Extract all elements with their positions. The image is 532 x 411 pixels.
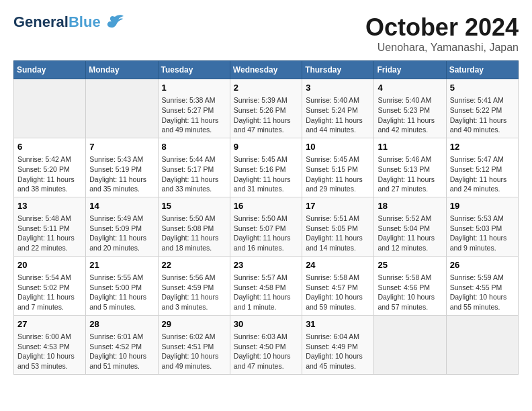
calendar-cell: 5Sunrise: 5:41 AM Sunset: 5:22 PM Daylig… (446, 79, 518, 138)
day-number: 23 (234, 259, 298, 271)
calendar-cell: 4Sunrise: 5:40 AM Sunset: 5:23 PM Daylig… (374, 79, 446, 138)
day-info: Sunrise: 5:40 AM Sunset: 5:24 PM Dayligh… (306, 95, 370, 135)
day-number: 10 (306, 141, 370, 153)
calendar-cell: 2Sunrise: 5:39 AM Sunset: 5:26 PM Daylig… (230, 79, 302, 138)
calendar-cell: 12Sunrise: 5:47 AM Sunset: 5:12 PM Dayli… (446, 138, 518, 197)
calendar-cell: 17Sunrise: 5:51 AM Sunset: 5:05 PM Dayli… (302, 197, 374, 256)
day-number: 28 (89, 318, 154, 330)
day-number: 11 (378, 141, 442, 153)
logo-text: GeneralBlue (13, 13, 101, 31)
logo-general: General (13, 13, 69, 30)
calendar-cell: 11Sunrise: 5:46 AM Sunset: 5:13 PM Dayli… (374, 138, 446, 197)
day-info: Sunrise: 5:58 AM Sunset: 4:57 PM Dayligh… (306, 273, 370, 312)
day-info: Sunrise: 5:41 AM Sunset: 5:22 PM Dayligh… (450, 95, 515, 135)
calendar-cell: 7Sunrise: 5:43 AM Sunset: 5:19 PM Daylig… (86, 138, 158, 197)
day-number: 14 (89, 200, 154, 212)
day-info: Sunrise: 6:00 AM Sunset: 4:53 PM Dayligh… (17, 332, 82, 371)
calendar-table: SundayMondayTuesdayWednesdayThursdayFrid… (13, 60, 519, 375)
calendar-cell: 28Sunrise: 6:01 AM Sunset: 4:52 PM Dayli… (86, 315, 158, 374)
calendar-cell: 22Sunrise: 5:56 AM Sunset: 4:59 PM Dayli… (158, 256, 230, 315)
day-info: Sunrise: 5:38 AM Sunset: 5:27 PM Dayligh… (162, 95, 226, 135)
calendar-week-2: 6Sunrise: 5:42 AM Sunset: 5:20 PM Daylig… (14, 138, 519, 197)
title-block: October 2024 Uenohara, Yamanashi, Japan (365, 13, 519, 54)
day-number: 29 (162, 318, 226, 330)
day-number: 21 (89, 259, 154, 271)
day-info: Sunrise: 5:53 AM Sunset: 5:03 PM Dayligh… (450, 214, 515, 253)
day-header-monday: Monday (86, 61, 158, 79)
day-number: 4 (378, 82, 442, 94)
day-info: Sunrise: 5:49 AM Sunset: 5:09 PM Dayligh… (89, 214, 154, 253)
day-header-friday: Friday (374, 61, 446, 79)
calendar-cell: 18Sunrise: 5:52 AM Sunset: 5:04 PM Dayli… (374, 197, 446, 256)
day-header-thursday: Thursday (302, 61, 374, 79)
day-header-saturday: Saturday (446, 61, 518, 79)
day-number: 20 (17, 259, 82, 271)
day-number: 2 (234, 82, 298, 94)
day-number: 22 (162, 259, 226, 271)
day-number: 7 (89, 141, 154, 153)
calendar-cell: 3Sunrise: 5:40 AM Sunset: 5:24 PM Daylig… (302, 79, 374, 138)
day-info: Sunrise: 5:58 AM Sunset: 4:56 PM Dayligh… (378, 273, 442, 312)
calendar-cell: 9Sunrise: 5:45 AM Sunset: 5:16 PM Daylig… (230, 138, 302, 197)
calendar-cell: 31Sunrise: 6:04 AM Sunset: 4:49 PM Dayli… (302, 315, 374, 374)
day-info: Sunrise: 6:04 AM Sunset: 4:49 PM Dayligh… (306, 332, 370, 371)
day-info: Sunrise: 5:55 AM Sunset: 5:00 PM Dayligh… (89, 273, 154, 312)
calendar-cell: 6Sunrise: 5:42 AM Sunset: 5:20 PM Daylig… (14, 138, 86, 197)
day-info: Sunrise: 6:02 AM Sunset: 4:51 PM Dayligh… (162, 332, 226, 371)
day-header-tuesday: Tuesday (158, 61, 230, 79)
calendar-cell: 8Sunrise: 5:44 AM Sunset: 5:17 PM Daylig… (158, 138, 230, 197)
day-info: Sunrise: 5:59 AM Sunset: 4:55 PM Dayligh… (450, 273, 515, 312)
day-number: 8 (162, 141, 226, 153)
day-number: 30 (234, 318, 298, 330)
day-number: 31 (306, 318, 370, 330)
day-info: Sunrise: 5:42 AM Sunset: 5:20 PM Dayligh… (17, 154, 82, 194)
calendar-week-3: 13Sunrise: 5:48 AM Sunset: 5:11 PM Dayli… (14, 197, 519, 256)
day-number: 1 (162, 82, 226, 94)
calendar-cell (14, 79, 86, 138)
calendar-cell: 29Sunrise: 6:02 AM Sunset: 4:51 PM Dayli… (158, 315, 230, 374)
calendar-cell: 1Sunrise: 5:38 AM Sunset: 5:27 PM Daylig… (158, 79, 230, 138)
calendar-cell: 14Sunrise: 5:49 AM Sunset: 5:09 PM Dayli… (86, 197, 158, 256)
logo: GeneralBlue (13, 13, 125, 31)
calendar-header-row: SundayMondayTuesdayWednesdayThursdayFrid… (14, 61, 519, 79)
day-number: 15 (162, 200, 226, 212)
day-info: Sunrise: 5:51 AM Sunset: 5:05 PM Dayligh… (306, 214, 370, 253)
day-number: 27 (17, 318, 82, 330)
day-info: Sunrise: 5:50 AM Sunset: 5:07 PM Dayligh… (234, 214, 298, 253)
day-info: Sunrise: 5:43 AM Sunset: 5:19 PM Dayligh… (89, 154, 154, 194)
day-info: Sunrise: 5:50 AM Sunset: 5:08 PM Dayligh… (162, 214, 226, 253)
calendar-cell: 23Sunrise: 5:57 AM Sunset: 4:58 PM Dayli… (230, 256, 302, 315)
day-info: Sunrise: 5:56 AM Sunset: 4:59 PM Dayligh… (162, 273, 226, 312)
day-number: 12 (450, 141, 515, 153)
calendar-cell: 10Sunrise: 5:45 AM Sunset: 5:15 PM Dayli… (302, 138, 374, 197)
day-number: 5 (450, 82, 515, 94)
calendar-week-4: 20Sunrise: 5:54 AM Sunset: 5:02 PM Dayli… (14, 256, 519, 315)
day-info: Sunrise: 5:47 AM Sunset: 5:12 PM Dayligh… (450, 154, 515, 194)
calendar-cell: 15Sunrise: 5:50 AM Sunset: 5:08 PM Dayli… (158, 197, 230, 256)
day-header-wednesday: Wednesday (230, 61, 302, 79)
day-number: 9 (234, 141, 298, 153)
day-info: Sunrise: 5:45 AM Sunset: 5:15 PM Dayligh… (306, 154, 370, 194)
day-number: 13 (17, 200, 82, 212)
calendar-cell: 25Sunrise: 5:58 AM Sunset: 4:56 PM Dayli… (374, 256, 446, 315)
location: Uenohara, Yamanashi, Japan (365, 42, 519, 54)
month-title: October 2024 (365, 13, 519, 42)
day-info: Sunrise: 5:44 AM Sunset: 5:17 PM Dayligh… (162, 154, 226, 194)
page-header: GeneralBlue October 2024 Uenohara, Yaman… (13, 13, 519, 54)
day-info: Sunrise: 6:01 AM Sunset: 4:52 PM Dayligh… (89, 332, 154, 371)
calendar-cell: 26Sunrise: 5:59 AM Sunset: 4:55 PM Dayli… (446, 256, 518, 315)
calendar-cell: 13Sunrise: 5:48 AM Sunset: 5:11 PM Dayli… (14, 197, 86, 256)
calendar-cell (446, 315, 518, 374)
day-info: Sunrise: 5:54 AM Sunset: 5:02 PM Dayligh… (17, 273, 82, 312)
day-info: Sunrise: 6:03 AM Sunset: 4:50 PM Dayligh… (234, 332, 298, 371)
calendar-cell: 20Sunrise: 5:54 AM Sunset: 5:02 PM Dayli… (14, 256, 86, 315)
day-info: Sunrise: 5:46 AM Sunset: 5:13 PM Dayligh… (378, 154, 442, 194)
logo-blue: Blue (69, 13, 101, 30)
day-number: 24 (306, 259, 370, 271)
day-info: Sunrise: 5:57 AM Sunset: 4:58 PM Dayligh… (234, 273, 298, 312)
calendar-cell (374, 315, 446, 374)
day-number: 3 (306, 82, 370, 94)
day-info: Sunrise: 5:48 AM Sunset: 5:11 PM Dayligh… (17, 214, 82, 253)
day-info: Sunrise: 5:40 AM Sunset: 5:23 PM Dayligh… (378, 95, 442, 135)
calendar-cell: 24Sunrise: 5:58 AM Sunset: 4:57 PM Dayli… (302, 256, 374, 315)
